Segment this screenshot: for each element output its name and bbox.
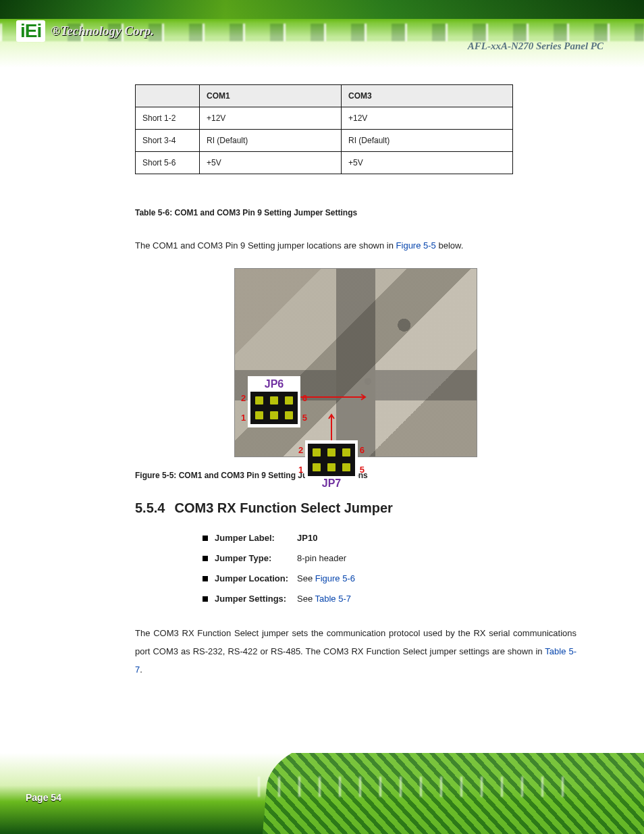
paragraph: The COM1 and COM3 Pin 9 Setting jumper l…	[135, 236, 576, 255]
cell: Short 1-2	[136, 107, 200, 130]
spec-label: Jumper Settings:	[203, 589, 297, 609]
cell: +5V	[200, 152, 342, 174]
arrow-icon	[300, 394, 368, 400]
spec-value: See Table 5-7	[297, 589, 351, 609]
spec-label: Jumper Label:	[203, 528, 297, 548]
th-blank	[136, 85, 200, 107]
pin-num: 2	[298, 445, 303, 455]
text: See	[297, 573, 315, 583]
text: .	[140, 664, 142, 675]
cell: RI (Default)	[200, 130, 342, 152]
spec-row: Jumper Location: See Figure 5-6	[203, 569, 576, 589]
text: below.	[436, 240, 463, 251]
cell: +12V	[342, 107, 513, 130]
spec-row: Jumper Label: JP10	[203, 528, 576, 548]
table-header-row: COM1 COM3	[136, 85, 513, 107]
pin-block	[308, 444, 355, 476]
spec-label: Jumper Location:	[203, 569, 297, 589]
bottom-banner: Page 54	[0, 753, 644, 834]
pin-num: 5	[302, 413, 307, 423]
text: The COM3 RX Function Select jumper sets …	[135, 628, 576, 656]
spec-label: Jumper Type:	[203, 548, 297, 569]
logo: iEi ®Technology Corp.	[16, 20, 154, 42]
table-ref-link[interactable]: Table 5-7	[315, 594, 351, 604]
logo-text: ®Technology Corp.	[51, 24, 154, 38]
jp6-callout: JP6 2 6 1 5	[248, 376, 300, 427]
section-title-text: COM3 RX Function Select Jumper	[174, 500, 392, 516]
table-row: Short 5-6 +5V +5V	[136, 152, 513, 174]
cell: Short 3-4	[136, 130, 200, 152]
section-heading: 5.5.4 COM3 RX Function Select Jumper	[135, 500, 576, 516]
table-row: Short 3-4 RI (Default) RI (Default)	[136, 130, 513, 152]
th-com1: COM1	[200, 85, 342, 107]
page-content: COM1 COM3 Short 1-2 +12V +12V Short 3-4 …	[0, 68, 644, 679]
th-com3: COM3	[342, 85, 513, 107]
spec-row: Jumper Settings: See Table 5-7	[203, 589, 576, 609]
cell: Short 5-6	[136, 152, 200, 174]
cell: +5V	[342, 152, 513, 174]
top-banner: iEi ®Technology Corp. AFL-xxA-N270 Serie…	[0, 0, 644, 68]
spec-value: JP10	[297, 528, 317, 548]
page-number: Page 54	[26, 792, 61, 803]
figure: JP6 2 6 1 5	[194, 268, 518, 457]
doc-title: AFL-xxA-N270 Series Panel PC	[468, 41, 603, 52]
table-caption: Table 5-6: COM1 and COM3 Pin 9 Setting J…	[135, 208, 576, 217]
pin-num: 2	[241, 393, 246, 403]
spec-value: 8-pin header	[297, 548, 346, 569]
paragraph: The COM3 RX Function Select jumper sets …	[135, 624, 576, 679]
spec-list: Jumper Label: JP10 Jumper Type: 8-pin he…	[203, 528, 576, 609]
pin-num: 1	[241, 413, 246, 423]
jp6-label: JP6	[250, 378, 298, 390]
spec-value: See Figure 5-6	[297, 569, 355, 589]
table-row: Short 1-2 +12V +12V	[136, 107, 513, 130]
figure-ref-link[interactable]: Figure 5-6	[315, 573, 355, 583]
jp7-callout: 2 6 1 5 JP7	[305, 440, 358, 492]
section-number: 5.5.4	[135, 500, 165, 516]
arrow-icon	[328, 412, 335, 440]
cell: RI (Default)	[342, 130, 513, 152]
pin-num: 6	[360, 445, 365, 455]
figure-block: JP6 2 6 1 5	[135, 268, 576, 457]
pin-num: 1	[298, 465, 303, 475]
spec-row: Jumper Type: 8-pin header	[203, 548, 576, 569]
logo-mark: iEi	[16, 20, 45, 42]
jumper-settings-table: COM1 COM3 Short 1-2 +12V +12V Short 3-4 …	[135, 84, 513, 174]
text: The COM1 and COM3 Pin 9 Setting jumper l…	[135, 240, 396, 251]
pin-num: 5	[360, 465, 365, 475]
pin-block	[250, 392, 298, 424]
board-photo	[234, 268, 477, 457]
figure-ref-link[interactable]: Figure 5-5	[396, 240, 436, 251]
text: See	[297, 594, 315, 604]
cell: +12V	[200, 107, 342, 130]
jp7-label: JP7	[308, 477, 355, 490]
